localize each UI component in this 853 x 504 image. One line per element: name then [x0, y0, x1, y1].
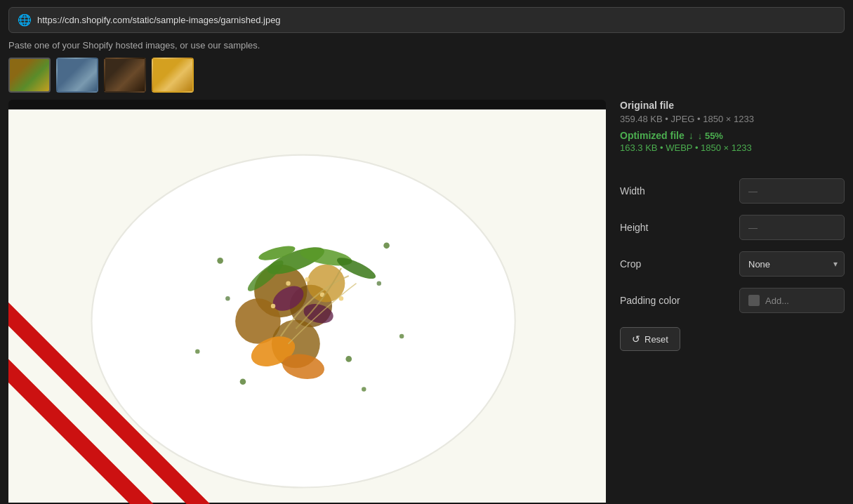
down-arrow-icon: ↓ — [689, 130, 694, 141]
crop-select[interactable]: None Center Top Left Right Bottom Faces … — [739, 251, 845, 277]
padding-color-input[interactable]: Add... — [739, 288, 845, 313]
reset-label: Reset — [644, 334, 668, 345]
width-row: Width — [620, 178, 845, 204]
svg-point-26 — [399, 334, 404, 338]
height-row: Height — [620, 215, 845, 240]
padding-color-label: Padding color — [620, 295, 739, 306]
main-layout: Original file 359.48 KB • JPEG • 1850 × … — [8, 100, 845, 504]
original-file-label: Original file — [620, 100, 845, 111]
svg-point-30 — [377, 281, 381, 285]
svg-point-21 — [271, 304, 275, 308]
controls-panel: Original file 359.48 KB • JPEG • 1850 × … — [606, 100, 845, 504]
optimized-file-details: 163.3 KB • WEBP • 1850 × 1233 — [620, 142, 845, 153]
width-input[interactable] — [739, 178, 845, 204]
thumbnail-strip — [8, 58, 845, 93]
reset-icon: ↺ — [632, 333, 640, 345]
svg-point-28 — [362, 387, 366, 391]
width-label: Width — [620, 185, 739, 197]
crop-label: Crop — [620, 258, 739, 270]
padding-color-placeholder: Add... — [765, 296, 789, 306]
globe-icon: 🌐 — [18, 13, 32, 27]
crop-row: Crop None Center Top Left Right Bottom F… — [620, 251, 845, 277]
svg-point-24 — [383, 243, 390, 249]
food-image — [8, 100, 606, 504]
thumbnail-4[interactable] — [152, 58, 194, 93]
svg-point-29 — [225, 296, 230, 300]
color-swatch — [748, 295, 760, 306]
optimized-file-label: Optimized file ↓ ↓ 55% — [620, 130, 845, 141]
thumbnail-2[interactable] — [56, 58, 98, 93]
svg-point-18 — [286, 281, 290, 285]
thumbnail-3[interactable] — [104, 58, 146, 93]
file-info: Original file 359.48 KB • JPEG • 1850 × … — [620, 100, 845, 153]
optimized-pct: ↓ 55% — [698, 131, 723, 141]
hint-text: Paste one of your Shopify hosted images,… — [8, 40, 845, 51]
thumbnail-1[interactable] — [8, 58, 51, 93]
svg-point-23 — [217, 258, 223, 264]
crop-select-wrapper: None Center Top Left Right Bottom Faces … — [739, 251, 845, 277]
svg-point-31 — [345, 356, 352, 362]
original-file-details: 359.48 KB • JPEG • 1850 × 1233 — [620, 114, 845, 124]
image-preview-area — [8, 100, 606, 504]
height-label: Height — [620, 222, 739, 233]
height-input[interactable] — [739, 215, 845, 240]
svg-point-19 — [305, 277, 309, 281]
reset-button[interactable]: ↺ Reset — [620, 327, 680, 351]
padding-color-row: Padding color Add... — [620, 288, 845, 313]
svg-point-25 — [195, 349, 199, 353]
url-text: https://cdn.shopify.com/static/sample-im… — [37, 15, 281, 25]
form-section: Width Height Crop None Center Top Left R… — [620, 178, 845, 313]
svg-point-27 — [240, 378, 246, 385]
address-bar[interactable]: 🌐 https://cdn.shopify.com/static/sample-… — [8, 7, 845, 33]
